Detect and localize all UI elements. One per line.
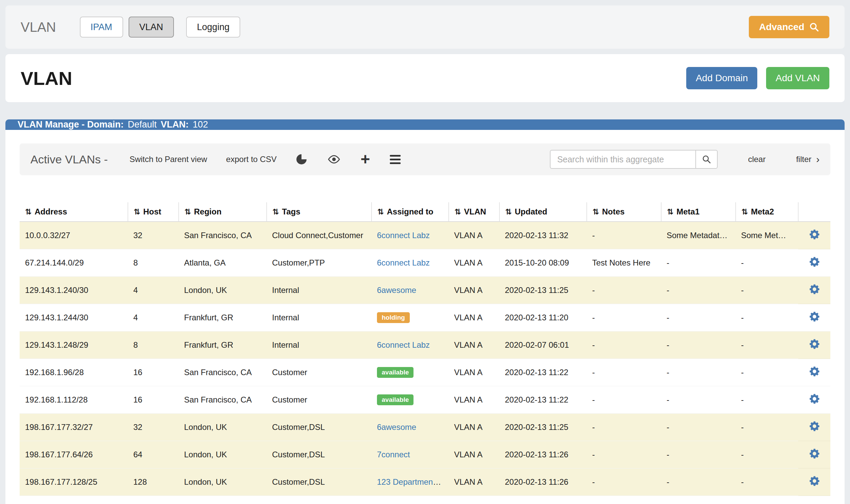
assigned-link[interactable]: 6awesome [377, 286, 416, 294]
assigned-link[interactable]: 6connect Labz [377, 231, 430, 240]
search-input[interactable] [550, 150, 695, 169]
meta2-cell: - [736, 304, 798, 331]
eye-icon[interactable] [327, 154, 341, 164]
host-cell: 16 [128, 359, 179, 386]
gear-icon[interactable] [809, 448, 820, 460]
gear-icon[interactable] [809, 393, 820, 404]
gear-icon[interactable] [809, 366, 820, 377]
add-vlan-button[interactable]: Add VLAN [766, 67, 829, 89]
add-domain-button[interactable]: Add Domain [686, 67, 757, 89]
col-header-address[interactable]: ⇅Address [20, 202, 128, 221]
gear-icon[interactable] [809, 229, 820, 240]
host-cell: 4 [128, 277, 179, 304]
vlan-cell: VLAN A [449, 441, 499, 468]
meta1-cell: - [661, 441, 736, 468]
sort-icon: ⇅ [134, 208, 140, 216]
vlan-cell: VLAN A [449, 304, 499, 331]
notes-cell: - [587, 331, 661, 359]
export-csv-link[interactable]: export to CSV [226, 155, 277, 164]
vlan-cell: VLAN A [449, 249, 499, 277]
gear-icon[interactable] [809, 256, 820, 268]
table-row: 198.167.177.128/25 128 London, UK Custom… [20, 468, 830, 496]
region-cell: Frankfurt, GR [179, 304, 267, 331]
vlan-cell: VLAN A [449, 221, 499, 249]
pie-chart-icon[interactable] [296, 153, 307, 165]
assigned-link[interactable]: 6connect Labz [377, 340, 430, 349]
assigned-link[interactable]: 7connect [377, 450, 410, 459]
host-cell: 8 [128, 331, 179, 359]
status-badge: available [377, 394, 413, 406]
col-header-meta2[interactable]: ⇅Meta2 [736, 202, 798, 221]
gear-icon[interactable] [809, 338, 820, 350]
meta2-cell: Some Met… [736, 221, 798, 249]
meta2-cell: - [736, 468, 798, 496]
col-header-region[interactable]: ⇅Region [179, 202, 267, 221]
tab-ipam[interactable]: IPAM [80, 17, 123, 38]
meta1-cell: - [661, 359, 736, 386]
gear-icon[interactable] [809, 311, 820, 322]
chevron-right-icon: › [816, 154, 819, 165]
notes-cell: - [587, 221, 661, 249]
region-cell: London, UK [179, 441, 267, 468]
sort-icon: ⇅ [505, 208, 512, 216]
updated-cell: 2020-02-13 11:26 [499, 441, 587, 468]
actions-cell [798, 359, 830, 386]
menu-icon[interactable] [390, 155, 401, 164]
toolbar: Active VLANs - Switch to Parent view exp… [20, 143, 830, 175]
col-header-actions [798, 202, 830, 221]
sort-icon: ⇅ [377, 208, 384, 216]
updated-cell: 2020-02-13 11:22 [499, 386, 587, 414]
col-header-updated[interactable]: ⇅Updated [499, 202, 587, 221]
assigned-link[interactable]: 123 Department… [377, 477, 443, 486]
table-row: 198.167.177.64/26 64 London, UK Customer… [20, 441, 830, 468]
vlan-cell: VLAN A [449, 414, 499, 441]
assigned-link[interactable]: 6connect Labz [377, 258, 430, 267]
actions-cell [798, 468, 830, 496]
col-header-meta1[interactable]: ⇅Meta1 [661, 202, 736, 221]
host-cell: 64 [128, 441, 179, 468]
page-title: VLAN [21, 67, 72, 89]
host-cell: 8 [128, 249, 179, 277]
actions-cell [798, 249, 830, 277]
col-header-assigned-to[interactable]: ⇅Assigned to [372, 202, 449, 221]
sort-icon: ⇅ [272, 208, 279, 216]
meta2-cell: - [736, 386, 798, 414]
page-heading-card: VLAN Add Domain Add VLAN [5, 54, 845, 102]
tab-logging[interactable]: Logging [186, 17, 240, 38]
col-header-notes[interactable]: ⇅Notes [587, 202, 661, 221]
host-cell: 32 [128, 414, 179, 441]
col-header-vlan[interactable]: ⇅VLAN [449, 202, 499, 221]
updated-cell: 2020-02-13 11:22 [499, 359, 587, 386]
table-row: 129.143.1.240/30 4 London, UK Internal 6… [20, 277, 830, 304]
table-header-row: ⇅Address ⇅Host ⇅Region ⇅Tags ⇅Assigned t… [20, 202, 830, 221]
table-row: 129.143.1.244/30 4 Frankfurt, GR Interna… [20, 304, 830, 331]
host-cell: 16 [128, 386, 179, 414]
region-cell: San Francisco, CA [179, 359, 267, 386]
tags-cell: Internal [267, 304, 372, 331]
host-cell: 128 [128, 468, 179, 496]
plus-icon[interactable]: + [360, 154, 370, 165]
filter-label: filter [796, 155, 811, 164]
table-row: 192.168.1.112/28 16 San Francisco, CA Cu… [20, 386, 830, 414]
col-header-host[interactable]: ⇅Host [128, 202, 179, 221]
col-label: Region [194, 207, 221, 216]
col-header-tags[interactable]: ⇅Tags [267, 202, 372, 221]
filter-link[interactable]: filter › [796, 154, 819, 165]
tab-vlan[interactable]: VLAN [128, 17, 174, 38]
notes-cell: - [587, 304, 661, 331]
clear-link[interactable]: clear [748, 155, 766, 164]
meta1-cell: - [661, 386, 736, 414]
updated-cell: 2015-10-20 08:09 [499, 249, 587, 277]
gear-icon[interactable] [809, 420, 820, 432]
assigned-cell: 6awesome [372, 277, 449, 304]
col-label: VLAN [464, 207, 486, 216]
col-label: Meta1 [676, 207, 700, 216]
meta2-cell: - [736, 277, 798, 304]
gear-icon[interactable] [809, 284, 820, 295]
assigned-link[interactable]: 6awesome [377, 422, 416, 432]
gear-icon[interactable] [809, 475, 820, 487]
switch-parent-view-link[interactable]: Switch to Parent view [129, 155, 207, 164]
search-button[interactable] [695, 150, 718, 169]
address-cell: 10.0.0.32/27 [20, 221, 128, 249]
advanced-search-button[interactable]: Advanced [749, 16, 829, 38]
